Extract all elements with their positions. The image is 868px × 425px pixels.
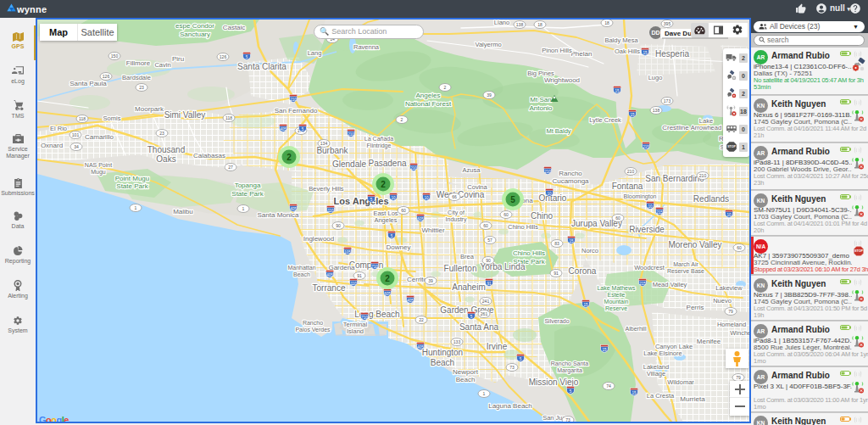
svg-text:18: 18 <box>537 22 542 27</box>
svg-text:Crestline: Crestline <box>662 124 689 131</box>
svg-text:Beach: Beach <box>431 358 454 367</box>
svg-text:126: 126 <box>220 54 227 59</box>
svg-text:Village: Village <box>647 370 665 377</box>
svg-text:10: 10 <box>547 192 552 196</box>
svg-text:Cucamonga: Cucamonga <box>552 177 589 185</box>
svg-text:150: 150 <box>111 53 119 59</box>
svg-text:15: 15 <box>602 348 607 352</box>
svg-text:Camarillo: Camarillo <box>85 133 114 141</box>
svg-text:Torrance: Torrance <box>313 283 346 293</box>
svg-text:Flintridge: Flintridge <box>367 143 392 149</box>
svg-text:39: 39 <box>487 92 492 98</box>
svg-text:National Forest: National Forest <box>405 100 452 108</box>
svg-text:Pinon Hills: Pinon Hills <box>542 47 572 54</box>
svg-text:134: 134 <box>320 141 328 146</box>
svg-text:Riverside: Riverside <box>629 225 665 234</box>
svg-text:Fontana: Fontana <box>612 182 643 191</box>
svg-text:210: 210 <box>290 98 297 102</box>
svg-text:2: 2 <box>401 117 403 122</box>
svg-text:State Park: State Park <box>231 190 264 198</box>
svg-text:Llano: Llano <box>494 20 509 26</box>
svg-text:Moorpark: Moorpark <box>135 105 164 113</box>
svg-text:Menifee: Menifee <box>697 338 721 345</box>
svg-text:60: 60 <box>737 245 742 250</box>
svg-text:395: 395 <box>664 21 671 26</box>
svg-text:605: 605 <box>417 217 424 221</box>
svg-text:Phelan: Phelan <box>571 50 593 58</box>
svg-text:Beverly Hills: Beverly Hills <box>309 185 344 193</box>
svg-text:110: 110 <box>327 209 334 213</box>
svg-text:Reserve Base: Reserve Base <box>667 268 704 274</box>
svg-text:Oak Hills: Oak Hills <box>615 48 640 55</box>
svg-text:Winchester: Winchester <box>730 329 749 337</box>
svg-text:126: 126 <box>103 74 110 79</box>
svg-text:60: 60 <box>615 215 620 221</box>
svg-text:210: 210 <box>544 170 551 174</box>
svg-text:2: 2 <box>287 153 292 162</box>
svg-text:173: 173 <box>664 98 671 103</box>
svg-text:Lake Mathews: Lake Mathews <box>597 285 636 291</box>
svg-text:Lang: Lang <box>308 49 322 57</box>
svg-text:Chino Hills: Chino Hills <box>513 249 545 257</box>
svg-text:Huntington: Huntington <box>422 348 463 357</box>
svg-text:Azusa: Azusa <box>463 166 481 174</box>
svg-text:Mountain: Mountain <box>604 299 629 305</box>
svg-text:Whittier: Whittier <box>421 226 444 234</box>
svg-text:1: 1 <box>242 206 245 211</box>
svg-text:Island: Island <box>347 327 364 335</box>
svg-text:101: 101 <box>72 132 80 137</box>
svg-text:Woodcrest: Woodcrest <box>634 264 665 271</box>
svg-text:Anaheim: Anaheim <box>452 282 485 292</box>
svg-text:Perris: Perris <box>687 304 704 311</box>
svg-text:15: 15 <box>630 113 635 117</box>
svg-text:138: 138 <box>516 22 524 27</box>
svg-text:March Air: March Air <box>673 261 698 267</box>
svg-text:Lake Elsinore: Lake Elsinore <box>643 350 682 357</box>
svg-text:Santa Monica: Santa Monica <box>258 211 299 219</box>
svg-text:Simi Valley: Simi Valley <box>164 110 206 120</box>
svg-text:83: 83 <box>554 241 559 246</box>
svg-text:1: 1 <box>483 391 486 396</box>
svg-text:73: 73 <box>509 365 515 370</box>
svg-text:Valyermo: Valyermo <box>475 41 501 48</box>
svg-text:Mission Viejo: Mission Viejo <box>529 377 579 387</box>
svg-text:91: 91 <box>554 271 559 276</box>
svg-text:Chino: Chino <box>531 211 554 221</box>
svg-text:Wildomar: Wildomar <box>667 378 694 386</box>
svg-text:2: 2 <box>385 274 390 283</box>
svg-text:Castaic: Castaic <box>223 24 246 31</box>
svg-text:Chino Hills: Chino Hills <box>508 223 538 231</box>
svg-text:West Covina: West Covina <box>437 190 485 199</box>
svg-text:Antonio: Antonio <box>529 104 553 112</box>
svg-text:Los Angeles: Los Angeles <box>334 196 389 206</box>
svg-text:15: 15 <box>632 391 637 395</box>
svg-text:Burbank: Burbank <box>316 146 348 155</box>
svg-text:2: 2 <box>381 180 386 189</box>
svg-text:Beach: Beach <box>293 271 310 277</box>
svg-text:San Fernando: San Fernando <box>275 107 318 115</box>
svg-text:Nuevo: Nuevo <box>713 297 732 305</box>
svg-text:Norco: Norco <box>581 247 598 254</box>
svg-text:405: 405 <box>417 345 424 350</box>
svg-text:22: 22 <box>419 317 424 322</box>
svg-text:10: 10 <box>424 196 429 200</box>
svg-text:405: 405 <box>280 127 287 131</box>
svg-text:Mt Baldy: Mt Baldy <box>546 127 570 135</box>
svg-text:Palos Verdes: Palos Verdes <box>295 327 331 333</box>
svg-text:66: 66 <box>452 194 457 199</box>
svg-text:Rancho: Rancho <box>559 170 582 177</box>
svg-text:Malibu: Malibu <box>173 208 193 215</box>
svg-text:Irvine: Irvine <box>487 342 508 351</box>
svg-text:74: 74 <box>606 383 611 389</box>
svg-text:Angeles: Angeles <box>374 216 397 224</box>
svg-text:73: 73 <box>565 417 570 422</box>
svg-text:Oaks: Oaks <box>156 154 175 164</box>
svg-text:Lytle Creek: Lytle Creek <box>589 116 621 124</box>
svg-text:Hesperia: Hesperia <box>655 49 689 59</box>
svg-text:Piru: Piru <box>172 55 184 63</box>
svg-text:60: 60 <box>483 223 488 228</box>
svg-text:Murrieta: Murrieta <box>680 395 705 403</box>
svg-text:Topanga: Topanga <box>235 182 261 189</box>
svg-text:27: 27 <box>228 165 233 170</box>
svg-text:Calabasas: Calabasas <box>193 152 225 159</box>
